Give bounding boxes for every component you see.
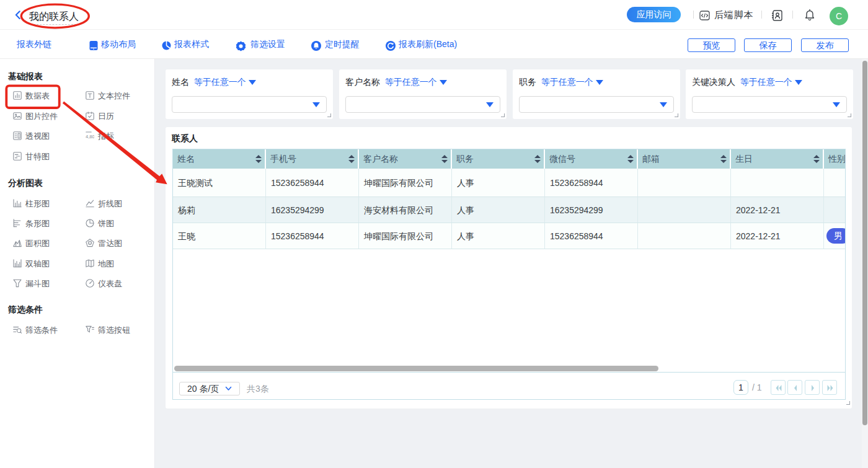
svg-text:4,80: 4,80 bbox=[86, 134, 94, 139]
